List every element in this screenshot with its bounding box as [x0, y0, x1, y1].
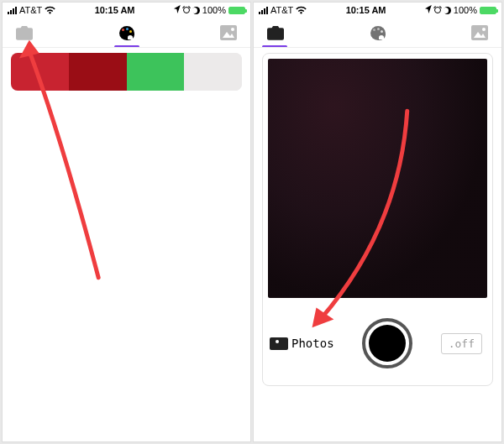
battery-icon	[480, 7, 496, 14]
location-icon	[174, 5, 181, 15]
camera-viewfinder[interactable]	[268, 59, 487, 298]
carrier: AT&T	[19, 5, 42, 15]
alarm-icon	[183, 7, 190, 13]
battery-pct: 100%	[202, 5, 226, 15]
swatch-4[interactable]	[184, 53, 242, 91]
screen-camera: AT&T 10:15 AM 100%	[253, 2, 502, 442]
clock: 10:15 AM	[55, 5, 174, 15]
svg-point-6	[482, 28, 486, 31]
camera-card: Photos .off	[262, 53, 493, 386]
dnd-icon	[192, 7, 200, 14]
flash-label: .off	[449, 337, 475, 350]
gallery-tab-icon[interactable]	[218, 23, 239, 43]
alarm-icon	[434, 7, 441, 13]
swatch-2[interactable]	[69, 53, 127, 91]
wifi-icon	[45, 6, 55, 14]
swatch-3[interactable]	[127, 53, 185, 91]
battery-pct: 100%	[454, 5, 477, 15]
clock: 10:15 AM	[307, 5, 425, 15]
svg-rect-0	[220, 25, 237, 40]
battery-icon	[228, 7, 245, 14]
camera-controls: Photos .off	[263, 303, 492, 385]
top-tabs	[254, 18, 501, 48]
shutter-inner	[369, 325, 406, 362]
signal-icon	[259, 7, 268, 14]
ios-statusbar: AT&T 10:15 AM 100%	[254, 3, 501, 18]
gallery-tab-icon[interactable]	[470, 23, 490, 43]
open-photos-button[interactable]: Photos	[273, 337, 334, 350]
camera-tab-icon[interactable]	[265, 23, 286, 43]
active-tab-indicator	[114, 45, 139, 48]
flash-toggle[interactable]: .off	[441, 333, 482, 354]
dnd-icon	[444, 7, 451, 14]
ios-statusbar: AT&T 10:15 AM 100%	[3, 3, 250, 18]
wifi-icon	[296, 6, 307, 14]
camera-tab-icon[interactable]	[14, 23, 34, 43]
carrier: AT&T	[270, 5, 293, 15]
screen-palette: AT&T 10:15 AM 100%	[2, 2, 251, 442]
signal-icon	[8, 7, 17, 14]
svg-rect-4	[471, 25, 488, 40]
top-tabs	[3, 18, 250, 48]
location-icon	[425, 5, 432, 15]
film-icon	[273, 337, 288, 350]
palette-tab-icon[interactable]	[117, 23, 137, 43]
swatch-1[interactable]	[11, 53, 69, 91]
svg-point-2	[231, 28, 234, 31]
palette-card[interactable]	[11, 53, 242, 91]
shutter-button[interactable]	[362, 318, 412, 368]
swatch-row	[11, 53, 242, 91]
photos-label: Photos	[291, 337, 334, 350]
active-tab-indicator	[262, 45, 287, 48]
palette-tab-icon[interactable]	[368, 23, 388, 43]
